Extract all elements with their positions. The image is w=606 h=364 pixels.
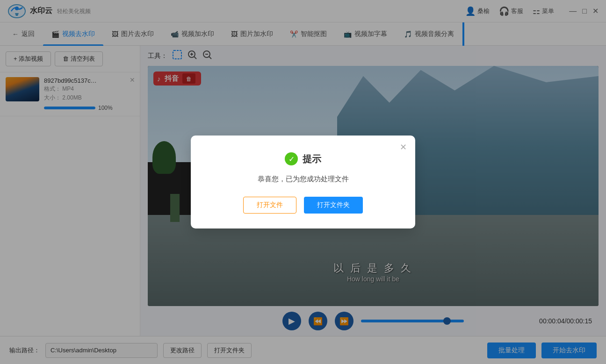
modal-dialog: ✕ ✓ 提示 恭喜您，已为您成功处理文件 打开文件 打开文件夹 xyxy=(191,136,415,228)
modal-open-file-button[interactable]: 打开文件 xyxy=(243,197,296,214)
modal-overlay: ✕ ✓ 提示 恭喜您，已为您成功处理文件 打开文件 打开文件夹 xyxy=(0,0,606,364)
modal-title: 提示 xyxy=(303,153,321,165)
modal-message: 恭喜您，已为您成功处理文件 xyxy=(209,175,397,184)
modal-success-icon: ✓ xyxy=(285,152,298,165)
modal-close-button[interactable]: ✕ xyxy=(400,142,407,152)
modal-header: ✓ 提示 xyxy=(209,152,397,165)
modal-buttons: 打开文件 打开文件夹 xyxy=(209,197,397,214)
modal-open-folder-button[interactable]: 打开文件夹 xyxy=(304,197,363,214)
